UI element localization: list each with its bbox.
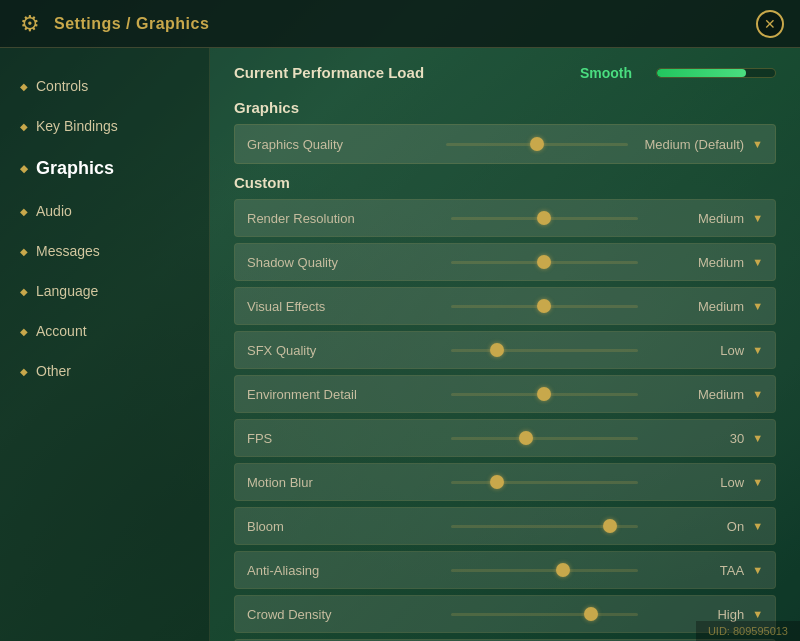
setting-slider-motion-blur[interactable] — [451, 481, 639, 484]
slider-thumb-bloom — [603, 519, 617, 533]
setting-label-sfx-quality: SFX Quality — [247, 343, 435, 358]
diamond-icon: ◆ — [20, 366, 28, 377]
sidebar-label-language: Language — [36, 283, 98, 299]
setting-arrow-bloom[interactable]: ▼ — [752, 520, 763, 532]
gear-icon: ⚙ — [16, 10, 44, 38]
setting-label-shadow-quality: Shadow Quality — [247, 255, 435, 270]
diamond-icon: ◆ — [20, 286, 28, 297]
performance-row: Current Performance Load Smooth — [234, 64, 776, 81]
setting-value-crowd-density: High — [654, 607, 744, 622]
setting-value-render-resolution: Medium — [654, 211, 744, 226]
setting-row-shadow-quality[interactable]: Shadow Quality Medium ▼ — [234, 243, 776, 281]
setting-arrow-shadow-quality[interactable]: ▼ — [752, 256, 763, 268]
setting-label-fps: FPS — [247, 431, 435, 446]
sidebar-label-key-bindings: Key Bindings — [36, 118, 118, 134]
diamond-icon: ◆ — [20, 206, 28, 217]
window-title: Settings / Graphics — [54, 15, 209, 33]
setting-arrow-sfx-quality[interactable]: ▼ — [752, 344, 763, 356]
diamond-icon: ◆ — [20, 121, 28, 132]
sidebar-label-other: Other — [36, 363, 71, 379]
settings-list: Render Resolution Medium ▼ Shadow Qualit… — [234, 199, 776, 641]
setting-row-bloom[interactable]: Bloom On ▼ — [234, 507, 776, 545]
setting-label-motion-blur: Motion Blur — [247, 475, 435, 490]
sidebar-label-account: Account — [36, 323, 87, 339]
sidebar-item-language[interactable]: ◆ Language — [0, 273, 209, 309]
close-button[interactable]: ✕ — [756, 10, 784, 38]
custom-section-header: Custom — [234, 174, 776, 191]
setting-slider-sfx-quality[interactable] — [451, 349, 639, 352]
performance-bar — [656, 68, 776, 78]
sidebar-item-controls[interactable]: ◆ Controls — [0, 68, 209, 104]
slider-thumb-shadow-quality — [537, 255, 551, 269]
graphics-quality-row[interactable]: Graphics Quality Medium (Default) ▼ — [234, 124, 776, 164]
sidebar-label-audio: Audio — [36, 203, 72, 219]
setting-arrow-anti-aliasing[interactable]: ▼ — [752, 564, 763, 576]
setting-label-anti-aliasing: Anti-Aliasing — [247, 563, 435, 578]
sidebar-item-account[interactable]: ◆ Account — [0, 313, 209, 349]
setting-label-bloom: Bloom — [247, 519, 435, 534]
sidebar-item-key-bindings[interactable]: ◆ Key Bindings — [0, 108, 209, 144]
setting-arrow-environment-detail[interactable]: ▼ — [752, 388, 763, 400]
setting-row-fps[interactable]: FPS 30 ▼ — [234, 419, 776, 457]
sidebar-label-graphics: Graphics — [36, 158, 114, 179]
slider-thumb-environment-detail — [537, 387, 551, 401]
uid-display: UID: 809595013 — [696, 621, 800, 641]
settings-window: ⚙ Settings / Graphics ✕ ◆ Controls◆ Key … — [0, 0, 800, 641]
sidebar-item-other[interactable]: ◆ Other — [0, 353, 209, 389]
setting-row-environment-detail[interactable]: Environment Detail Medium ▼ — [234, 375, 776, 413]
setting-value-anti-aliasing: TAA — [654, 563, 744, 578]
setting-row-visual-effects[interactable]: Visual Effects Medium ▼ — [234, 287, 776, 325]
main-content: ◆ Controls◆ Key Bindings◆ Graphics◆ Audi… — [0, 48, 800, 641]
setting-slider-render-resolution[interactable] — [451, 217, 639, 220]
setting-label-crowd-density: Crowd Density — [247, 607, 435, 622]
slider-thumb-motion-blur — [490, 475, 504, 489]
setting-value-bloom: On — [654, 519, 744, 534]
diamond-icon: ◆ — [20, 246, 28, 257]
setting-row-anti-aliasing[interactable]: Anti-Aliasing TAA ▼ — [234, 551, 776, 589]
setting-arrow-motion-blur[interactable]: ▼ — [752, 476, 763, 488]
setting-label-environment-detail: Environment Detail — [247, 387, 435, 402]
diamond-icon: ◆ — [20, 163, 28, 174]
setting-value-visual-effects: Medium — [654, 299, 744, 314]
performance-bar-fill — [657, 69, 746, 77]
graphics-quality-label: Graphics Quality — [247, 137, 430, 152]
diamond-icon: ◆ — [20, 81, 28, 92]
setting-slider-crowd-density[interactable] — [451, 613, 639, 616]
slider-thumb-anti-aliasing — [556, 563, 570, 577]
title-bar: ⚙ Settings / Graphics ✕ — [0, 0, 800, 48]
setting-arrow-fps[interactable]: ▼ — [752, 432, 763, 444]
sidebar-item-messages[interactable]: ◆ Messages — [0, 233, 209, 269]
setting-row-motion-blur[interactable]: Motion Blur Low ▼ — [234, 463, 776, 501]
slider-thumb-crowd-density — [584, 607, 598, 621]
setting-slider-fps[interactable] — [451, 437, 639, 440]
setting-row-render-resolution[interactable]: Render Resolution Medium ▼ — [234, 199, 776, 237]
setting-row-sfx-quality[interactable]: SFX Quality Low ▼ — [234, 331, 776, 369]
sidebar-item-graphics[interactable]: ◆ Graphics — [0, 148, 209, 189]
graphics-section-header: Graphics — [234, 99, 776, 116]
setting-row-crowd-density[interactable]: Crowd Density High ▼ — [234, 595, 776, 633]
graphics-quality-value: Medium (Default) — [644, 137, 744, 152]
graphics-quality-slider[interactable] — [446, 143, 629, 146]
graphics-quality-arrow[interactable]: ▼ — [752, 138, 763, 150]
right-panel: Current Performance Load Smooth Graphics… — [210, 48, 800, 641]
setting-slider-shadow-quality[interactable] — [451, 261, 639, 264]
setting-arrow-visual-effects[interactable]: ▼ — [752, 300, 763, 312]
diamond-icon: ◆ — [20, 326, 28, 337]
setting-slider-environment-detail[interactable] — [451, 393, 639, 396]
setting-slider-anti-aliasing[interactable] — [451, 569, 639, 572]
performance-label: Current Performance Load — [234, 64, 424, 81]
sidebar-label-messages: Messages — [36, 243, 100, 259]
setting-value-environment-detail: Medium — [654, 387, 744, 402]
sidebar-item-audio[interactable]: ◆ Audio — [0, 193, 209, 229]
slider-thumb-render-resolution — [537, 211, 551, 225]
slider-thumb — [530, 137, 544, 151]
setting-value-motion-blur: Low — [654, 475, 744, 490]
slider-thumb-fps — [519, 431, 533, 445]
sidebar: ◆ Controls◆ Key Bindings◆ Graphics◆ Audi… — [0, 48, 210, 641]
setting-slider-bloom[interactable] — [451, 525, 639, 528]
setting-arrow-render-resolution[interactable]: ▼ — [752, 212, 763, 224]
setting-arrow-crowd-density[interactable]: ▼ — [752, 608, 763, 620]
setting-value-sfx-quality: Low — [654, 343, 744, 358]
setting-slider-visual-effects[interactable] — [451, 305, 639, 308]
slider-thumb-visual-effects — [537, 299, 551, 313]
